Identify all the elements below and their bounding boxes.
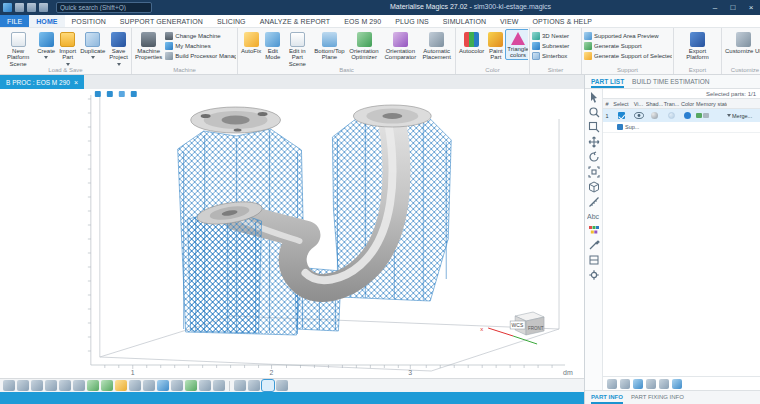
tab-simulation[interactable]: SIMULATION: [436, 15, 493, 27]
snapshot-icon[interactable]: [276, 380, 288, 391]
measure-icon[interactable]: [588, 196, 600, 208]
col-memory-state[interactable]: Memory state: [695, 101, 727, 107]
zoom-fit-icon[interactable]: [588, 166, 600, 178]
add-part-icon[interactable]: [607, 379, 617, 389]
col-number[interactable]: #: [603, 101, 611, 107]
tab-view[interactable]: VIEW: [493, 15, 525, 27]
import-part-button[interactable]: Import Part: [57, 29, 78, 66]
support-sub-row[interactable]: Sup...: [603, 122, 760, 133]
tab-home[interactable]: HOME: [29, 15, 64, 27]
minimize-button[interactable]: –: [706, 0, 724, 15]
view-cube[interactable]: x WCS FRONT: [480, 312, 544, 344]
my-machines-button[interactable]: My Machines: [164, 42, 236, 50]
tab-slicing[interactable]: SLICING: [210, 15, 253, 27]
select-checkbox[interactable]: [618, 112, 625, 119]
tab-support-generation[interactable]: SUPPORT GENERATION: [113, 15, 210, 27]
mark-colors-icon[interactable]: [588, 224, 600, 236]
sinterbox-button[interactable]: Sinterbox: [531, 52, 570, 60]
bottom-view-icon[interactable]: [87, 380, 99, 391]
undo-icon[interactable]: [27, 3, 36, 12]
change-machine-button[interactable]: Change Machine: [164, 32, 236, 40]
tab-analyze-report[interactable]: ANALYZE & REPORT: [253, 15, 338, 27]
annotate-icon[interactable]: Abc: [587, 211, 601, 221]
clamp-icon[interactable]: [95, 91, 101, 97]
settings-icon[interactable]: [588, 269, 600, 281]
lock-part-icon[interactable]: [646, 379, 656, 389]
autofix-button[interactable]: AutoFix: [239, 29, 263, 55]
duplicate-part-icon[interactable]: [620, 379, 630, 389]
orientation-comparator-button[interactable]: Orientation Comparator: [381, 29, 419, 62]
shaded-view-icon[interactable]: [101, 380, 113, 391]
slice-view-icon[interactable]: [171, 380, 183, 391]
tab-build-time-estimation[interactable]: BUILD TIME ESTIMATION: [632, 75, 709, 88]
tab-position[interactable]: POSITION: [65, 15, 113, 27]
save-icon[interactable]: [15, 3, 24, 12]
top-view-icon[interactable]: [73, 380, 85, 391]
zoom-icon[interactable]: [588, 106, 600, 118]
redo-icon[interactable]: [39, 3, 48, 12]
duplicate-button[interactable]: Duplicate: [78, 29, 107, 60]
part-row[interactable]: 1 Merge...: [603, 109, 760, 122]
export-platform-button[interactable]: Export Platform: [675, 29, 720, 62]
automatic-placement-button[interactable]: Automatic Placement: [419, 29, 454, 62]
new-platform-scene-button[interactable]: New Platform Scene: [1, 29, 35, 66]
delete-part-icon[interactable]: [659, 379, 669, 389]
viewport-corner-icons[interactable]: [95, 91, 137, 97]
bottom-top-plane-button[interactable]: Bottom/Top Plane: [312, 29, 346, 62]
view-cube-icon[interactable]: [588, 181, 600, 193]
autocolor-button[interactable]: Autocolor: [457, 29, 486, 55]
zoom-to-part-icon[interactable]: [633, 379, 643, 389]
measurement-icon[interactable]: [185, 380, 197, 391]
save-project-button[interactable]: Save Project: [107, 29, 130, 66]
tab-eos-m290[interactable]: EOS M 290: [337, 15, 388, 27]
grid-view-icon[interactable]: [248, 380, 260, 391]
part-info-icon[interactable]: [672, 379, 682, 389]
clamp-icon[interactable]: [131, 91, 137, 97]
col-shading[interactable]: Shad...: [646, 101, 663, 107]
close-tab-icon[interactable]: ×: [74, 79, 78, 86]
subnester-button[interactable]: Subnester: [531, 42, 570, 50]
customize-ui-button[interactable]: Customize UI: [723, 29, 760, 55]
col-color[interactable]: Color: [680, 101, 695, 107]
platform-view-icon[interactable]: [157, 380, 169, 391]
visibility-eye-icon[interactable]: [634, 112, 644, 119]
right-view-icon[interactable]: [59, 380, 71, 391]
supported-area-preview-button[interactable]: Supported Area Preview: [583, 32, 672, 40]
part-color-swatch[interactable]: [684, 112, 691, 119]
3d-nester-button[interactable]: 3D Nester: [531, 32, 570, 40]
maximize-button[interactable]: □: [724, 0, 742, 15]
clamp-icon[interactable]: [119, 91, 125, 97]
3d-viewport[interactable]: 1 2 3 dm: [0, 89, 584, 378]
section-view-icon[interactable]: [213, 380, 225, 391]
part-preview-icon[interactable]: [234, 380, 246, 391]
wireframe-view-icon[interactable]: [115, 380, 127, 391]
expand-chevron-icon[interactable]: [727, 114, 731, 117]
tab-part-fixing-info[interactable]: PART FIXING INFO: [631, 391, 684, 404]
edit-in-part-scene-button[interactable]: Edit in Part Scene: [282, 29, 312, 66]
tab-plug-ins[interactable]: PLUG INS: [388, 15, 435, 27]
back-view-icon[interactable]: [31, 380, 43, 391]
triangle-view-icon[interactable]: [129, 380, 141, 391]
annotations-icon[interactable]: [199, 380, 211, 391]
col-visible[interactable]: Vi...: [631, 101, 646, 107]
supports-preview-icon[interactable]: [262, 380, 274, 391]
zoom-window-icon[interactable]: [588, 121, 600, 133]
pan-icon[interactable]: [588, 136, 600, 148]
close-button[interactable]: ×: [742, 0, 760, 15]
edit-mode-button[interactable]: Edit Mode: [263, 29, 282, 62]
rotate-view-icon[interactable]: [588, 151, 600, 163]
orientation-optimizer-button[interactable]: Orientation Optimizer: [347, 29, 382, 62]
select-cursor-icon[interactable]: [588, 91, 600, 103]
build-processor-manager-button[interactable]: Build Processor Manager: [164, 52, 236, 60]
machine-properties-button[interactable]: Machine Properties: [133, 29, 164, 62]
3d-viewport-scene[interactable]: 1 2 3 dm: [0, 89, 584, 378]
tab-part-list[interactable]: PART LIST: [591, 75, 624, 88]
transparency-icon[interactable]: [668, 112, 675, 119]
col-transparency[interactable]: Tran...: [663, 101, 680, 107]
transparent-view-icon[interactable]: [143, 380, 155, 391]
scene-tab-bproc-eos-m290[interactable]: B PROC : EOS M 290 ×: [0, 75, 84, 89]
left-view-icon[interactable]: [45, 380, 57, 391]
clipping-plane-icon[interactable]: [588, 254, 600, 266]
tab-part-info[interactable]: PART INFO: [591, 391, 623, 404]
tab-file[interactable]: FILE: [0, 15, 29, 27]
